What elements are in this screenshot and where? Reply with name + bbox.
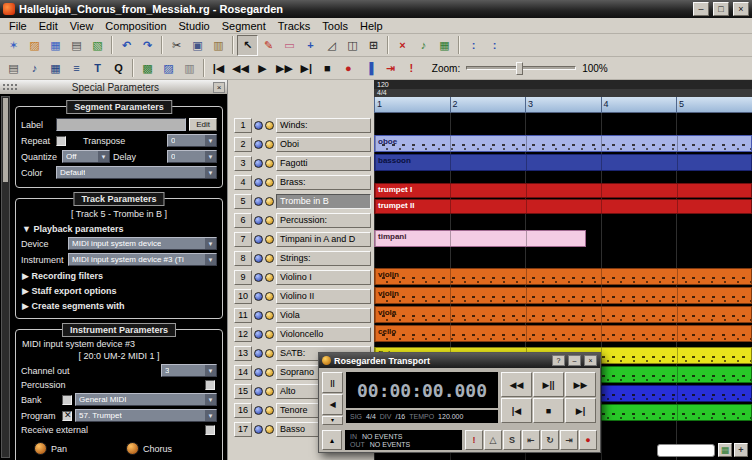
percussion-checkbox[interactable] — [205, 380, 215, 390]
segment-trumpet-II[interactable]: trumpet II — [374, 199, 752, 214]
bank-checkbox[interactable] — [62, 395, 72, 405]
track-record-led[interactable] — [265, 406, 274, 415]
manage-midi-devices-button[interactable]: ▤ — [3, 58, 24, 79]
menu-view[interactable]: View — [64, 20, 100, 32]
transport-minimize-button[interactable]: – — [568, 355, 581, 366]
track-mute-led[interactable] — [254, 254, 263, 263]
staff-export-header[interactable]: ▶ Staff export options — [22, 286, 216, 296]
title-bar[interactable]: Hallelujah_Chorus_from_Messiah.rg - Rose… — [0, 0, 752, 18]
transpose-combo[interactable]: 0 — [167, 134, 217, 147]
menu-segment[interactable]: Segment — [216, 20, 272, 32]
track-number-button[interactable]: 1 — [234, 118, 252, 133]
receive-external-checkbox[interactable] — [205, 425, 215, 435]
preview-scale-button[interactable]: ▦ — [718, 443, 732, 457]
segment-cello[interactable]: cello — [374, 325, 752, 342]
track-name-button[interactable]: Viola — [276, 308, 371, 323]
menu-help[interactable]: Help — [354, 20, 389, 32]
metronome-button[interactable]: △ — [484, 430, 502, 450]
track-record-led[interactable] — [265, 368, 274, 377]
tempo-value[interactable]: 120.000 — [438, 413, 463, 420]
pan-knob[interactable] — [34, 442, 47, 455]
track-name-button[interactable]: Timpani in A and D — [276, 232, 371, 247]
midi-mixer-button[interactable]: ▩ — [137, 58, 158, 79]
dock-header[interactable]: Special Parameters × — [0, 80, 227, 94]
transport-step-back-button[interactable]: ◀ — [322, 394, 343, 415]
track-record-led[interactable] — [265, 178, 274, 187]
transport-panel-toggle-button[interactable]: ▾ — [322, 416, 343, 425]
segment-label-input[interactable] — [56, 118, 186, 131]
panner-toggle-button[interactable]: + — [734, 443, 748, 457]
track-mute-led[interactable] — [254, 349, 263, 358]
device-combo[interactable]: MIDI input system device — [68, 237, 217, 250]
track-record-led[interactable] — [265, 140, 274, 149]
record-button[interactable]: ● — [579, 430, 597, 450]
redo-button[interactable]: ↷ — [137, 35, 158, 56]
open-in-notation-button[interactable]: ♪ — [413, 35, 434, 56]
minimize-button[interactable]: – — [693, 2, 709, 16]
canvas-preview-box[interactable] — [657, 444, 715, 457]
select-tool-button[interactable]: ↖ — [237, 35, 258, 56]
draw-tool-button[interactable]: ✎ — [258, 35, 279, 56]
track-record-led[interactable] — [265, 235, 274, 244]
transport-stop-button[interactable]: ■ — [533, 398, 564, 423]
color-combo[interactable]: Default — [56, 166, 217, 179]
rewind-to-start-button[interactable]: |◀ — [208, 58, 229, 79]
forward-to-end-button[interactable]: ▶| — [296, 58, 317, 79]
track-mute-led[interactable] — [254, 140, 263, 149]
track-mute-led[interactable] — [254, 197, 263, 206]
track-number-button[interactable]: 5 — [234, 194, 252, 209]
tempo-ruler[interactable]: 120 — [374, 80, 752, 89]
midi-thru-button[interactable]: ▥ — [179, 58, 200, 79]
record-toolbar-button[interactable]: ● — [338, 58, 359, 79]
div-value[interactable]: /16 — [395, 413, 405, 420]
transport-help-button[interactable]: ? — [552, 355, 565, 366]
loop-button[interactable]: ↻ — [541, 430, 559, 450]
track-record-led[interactable] — [265, 273, 274, 282]
cut-button[interactable]: ✂ — [166, 35, 187, 56]
transport-to-end-button[interactable]: ▶| — [565, 398, 596, 423]
transport-eject-button[interactable]: ▴ — [322, 430, 342, 450]
track-number-button[interactable]: 6 — [234, 213, 252, 228]
track-number-button[interactable]: 17 — [234, 422, 252, 437]
dock-scrollbar[interactable] — [1, 96, 10, 458]
rewind-button[interactable]: ◀◀ — [229, 58, 252, 79]
track-record-led[interactable] — [265, 121, 274, 130]
open-file-button[interactable]: ▨ — [24, 35, 45, 56]
panic-toolbar-button[interactable]: ! — [401, 58, 422, 79]
track-mute-led[interactable] — [254, 292, 263, 301]
track-name-button[interactable]: Violoncello — [276, 327, 371, 342]
transport-rewind-button[interactable]: ◀◀ — [501, 372, 532, 397]
print-button[interactable]: ▤ — [66, 35, 87, 56]
chorus-knob[interactable] — [126, 442, 139, 455]
track-number-button[interactable]: 2 — [234, 137, 252, 152]
track-mute-led[interactable] — [254, 368, 263, 377]
paste-button[interactable]: ▥ — [208, 35, 229, 56]
track-name-button[interactable]: Trombe in B — [276, 194, 371, 209]
track-number-button[interactable]: 15 — [234, 384, 252, 399]
track-record-led[interactable] — [265, 330, 274, 339]
track-record-led[interactable] — [265, 159, 274, 168]
playback-parameters-header[interactable]: ▼ Playback parameters — [22, 224, 216, 234]
print-preview-button[interactable]: ▧ — [87, 35, 108, 56]
tempo-editor-button[interactable]: T — [87, 58, 108, 79]
track-mute-led[interactable] — [254, 311, 263, 320]
track-mute-led[interactable] — [254, 235, 263, 244]
track-record-led[interactable] — [265, 311, 274, 320]
track-mute-led[interactable] — [254, 216, 263, 225]
undo-button[interactable]: ↶ — [116, 35, 137, 56]
track-record-led[interactable] — [265, 387, 274, 396]
zoom-slider-thumb[interactable] — [516, 62, 523, 75]
segment-oboe[interactable]: oboe — [374, 135, 752, 152]
track-name-button[interactable]: Violino II — [276, 289, 371, 304]
track-number-button[interactable]: 16 — [234, 403, 252, 418]
sig-value[interactable]: 4/4 — [366, 413, 376, 420]
channel-out-combo[interactable]: 3 — [161, 364, 217, 377]
track-number-button[interactable]: 13 — [234, 346, 252, 361]
segment-bassoon[interactable]: bassoon — [374, 154, 752, 171]
program-checkbox[interactable] — [62, 411, 72, 421]
menu-file[interactable]: File — [3, 20, 33, 32]
track-mute-led[interactable] — [254, 387, 263, 396]
track-number-button[interactable]: 11 — [234, 308, 252, 323]
timesig-ruler[interactable]: 4/4 — [374, 89, 752, 97]
delay-combo[interactable]: 0 — [167, 150, 217, 163]
